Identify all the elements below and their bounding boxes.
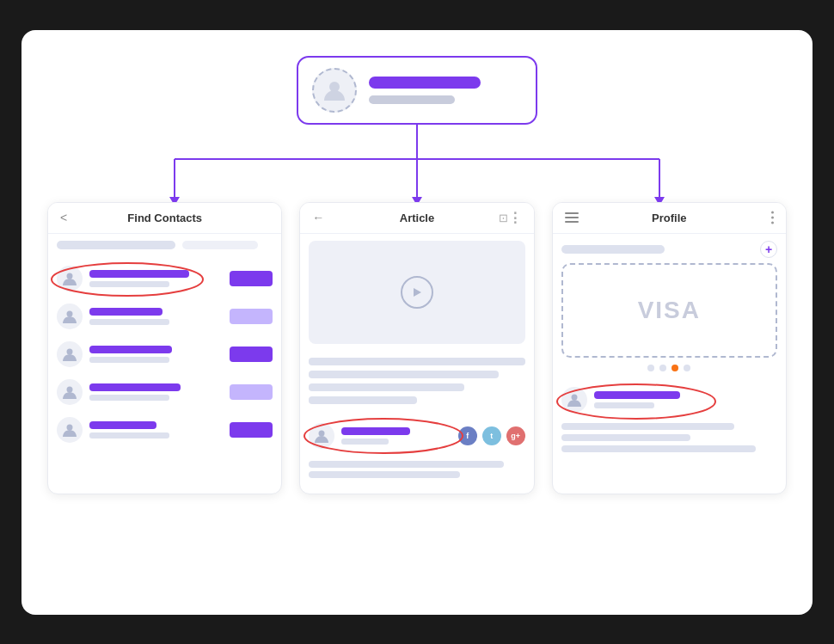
main-container: < Find Contacts	[21, 30, 813, 615]
article-video[interactable]	[309, 241, 524, 344]
googleplus-button[interactable]: g+	[506, 426, 525, 445]
contact-info-5	[89, 421, 223, 439]
article-bottom-bar-1	[309, 461, 503, 468]
svg-point-12	[67, 348, 73, 354]
article-bottom-bar-2	[309, 471, 460, 478]
profile-title: Profile	[652, 212, 686, 224]
contact-btn-1[interactable]	[230, 271, 273, 286]
contact-avatar-3	[57, 341, 83, 367]
facebook-button[interactable]: f	[458, 426, 477, 445]
profile-bottom-bars	[553, 418, 786, 457]
connector-lines	[47, 125, 787, 202]
profile-bar-1	[561, 423, 734, 430]
contact-avatar-5	[57, 417, 83, 443]
contact-info-4	[89, 383, 223, 401]
dot-2[interactable]	[659, 365, 666, 371]
profile-user-info	[594, 391, 680, 408]
article-more-icon[interactable]: ⋮	[508, 210, 522, 226]
article-content	[300, 351, 533, 416]
article-author-row: f t g+	[300, 416, 533, 456]
profile-add-row: +	[561, 241, 777, 258]
contact-sub-3	[89, 357, 169, 363]
article-bar-2	[309, 371, 499, 378]
visa-card: VISA	[561, 263, 777, 358]
svg-marker-15	[414, 288, 421, 297]
contact-name-5	[89, 421, 156, 429]
contact-row-3	[48, 335, 281, 373]
dot-3-active[interactable]	[671, 365, 678, 371]
contact-btn-2[interactable]	[230, 309, 273, 324]
contact-row-5	[48, 411, 281, 449]
contact-btn-5[interactable]	[230, 422, 273, 438]
svg-marker-6	[412, 197, 422, 202]
contact-list	[48, 256, 281, 452]
contact-avatar-2	[57, 304, 83, 329]
search-bar-left	[57, 241, 175, 249]
contact-row-2	[48, 297, 281, 335]
profile-bar-2	[561, 434, 691, 441]
profile-bar-3	[561, 445, 756, 452]
contact-info-1	[89, 270, 223, 287]
profile-more-icon[interactable]	[771, 212, 774, 224]
svg-point-10	[67, 273, 73, 279]
svg-point-19	[571, 394, 577, 400]
contact-sub-2	[89, 319, 169, 325]
contact-info-3	[89, 346, 223, 363]
profile-name-bar	[594, 391, 680, 399]
avatar	[312, 68, 357, 113]
dot-1[interactable]	[647, 365, 654, 371]
visa-logo: VISA	[638, 297, 701, 324]
contact-sub-1	[89, 281, 169, 287]
panels-row: < Find Contacts	[47, 202, 787, 494]
svg-marker-8	[654, 197, 665, 202]
top-sub-bar	[369, 95, 455, 104]
panel-article: ← Article ⊡ ⋮	[299, 202, 534, 494]
twitter-button[interactable]: t	[482, 426, 501, 445]
author-name-bar	[341, 427, 410, 435]
article-title: Article	[400, 212, 434, 224]
profile-header: Profile	[553, 203, 786, 234]
article-bar-3	[309, 383, 464, 391]
dot-4[interactable]	[684, 365, 690, 371]
contact-name-1	[89, 270, 189, 278]
article-social-buttons: f t g+	[458, 426, 525, 445]
profile-user-avatar	[561, 387, 587, 413]
contact-sub-5	[89, 432, 169, 439]
panel-contacts: < Find Contacts	[47, 202, 282, 494]
contacts-back-icon[interactable]: <	[60, 211, 67, 224]
contact-avatar-4	[57, 379, 83, 405]
contact-row-4	[48, 373, 281, 411]
author-info	[341, 427, 410, 445]
profile-card-section: + VISA	[553, 234, 786, 382]
author-sub-bar	[341, 439, 389, 445]
profile-sub-bar	[594, 402, 654, 408]
profile-add-button[interactable]: +	[760, 241, 777, 258]
svg-point-13	[67, 386, 73, 392]
svg-point-14	[67, 424, 73, 430]
contacts-search	[48, 234, 281, 256]
top-name-bar	[369, 77, 481, 89]
contacts-title: Find Contacts	[127, 212, 202, 224]
contacts-header: < Find Contacts	[48, 203, 281, 234]
play-button[interactable]	[401, 276, 433, 309]
article-header: ← Article ⊡ ⋮	[300, 203, 533, 234]
contact-avatar-1	[57, 266, 83, 291]
article-bar-4	[309, 396, 417, 404]
hamburger-icon[interactable]	[565, 212, 579, 223]
svg-point-17	[319, 430, 325, 436]
article-back-icon[interactable]: ←	[312, 211, 324, 224]
contact-name-3	[89, 346, 172, 353]
top-card-info	[369, 77, 481, 104]
article-author-avatar	[309, 423, 334, 449]
contact-btn-3[interactable]	[230, 347, 273, 362]
contact-name-2	[89, 308, 163, 316]
contact-btn-4[interactable]	[230, 384, 273, 400]
article-bar-1	[309, 358, 524, 365]
top-card	[297, 56, 537, 125]
dots-indicator	[561, 365, 777, 371]
bookmark-icon[interactable]: ⊡	[499, 212, 508, 224]
contact-name-4	[89, 383, 181, 391]
profile-search-bar	[561, 245, 665, 254]
search-bar-right	[182, 241, 258, 249]
svg-point-11	[67, 310, 73, 316]
